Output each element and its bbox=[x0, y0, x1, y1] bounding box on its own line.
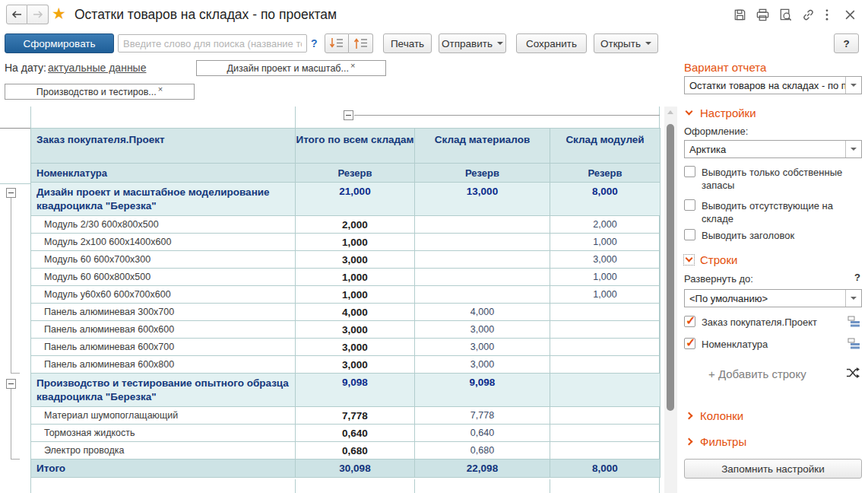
table-row: Модуль 60 600x800x500 1,000 1,000 bbox=[31, 269, 661, 286]
expand-to-help-link[interactable]: ? bbox=[854, 272, 860, 283]
col-header-project[interactable]: Заказ покупателя.Проект bbox=[31, 129, 296, 164]
group1-collapse-button[interactable] bbox=[6, 188, 16, 198]
expand-groups-button[interactable] bbox=[325, 33, 349, 53]
column-group-line bbox=[354, 115, 660, 116]
table-row: Тормозная жидкость 0,640 0,640 bbox=[31, 425, 661, 442]
row-field-nomenclature[interactable]: Номенклатура bbox=[684, 338, 836, 351]
scroll-up-icon[interactable] bbox=[667, 110, 673, 114]
section-settings[interactable]: Настройки bbox=[684, 107, 756, 119]
measure-label[interactable]: Резерв bbox=[296, 164, 415, 183]
settings-panel: Вариант отчета Остатки товаров на склада… bbox=[684, 0, 863, 493]
chevron-down-icon[interactable] bbox=[845, 141, 861, 157]
add-row-button[interactable]: + Добавить строку bbox=[708, 367, 806, 380]
table-row: Модуль 2x100 600x1400x600 1,000 1,000 bbox=[31, 234, 661, 251]
col-header-warehouse-materials[interactable]: Склад материалов bbox=[415, 129, 550, 164]
table-row: Материал шумопоглащающий 7,778 7,778 bbox=[31, 407, 661, 425]
table-row: Модуль у60x60 600x700x600 1,000 1,000 bbox=[31, 286, 661, 304]
filter-chip-project-1[interactable]: Дизайн проект и масштаб... × bbox=[196, 60, 386, 76]
group2-bracket bbox=[11, 389, 11, 459]
collapse-groups-icon bbox=[353, 37, 369, 50]
group1-bracket-end bbox=[11, 373, 20, 374]
back-icon bbox=[11, 10, 22, 19]
checkbox-show-title[interactable]: Выводить заголовок bbox=[684, 229, 857, 242]
checkbox-icon[interactable] bbox=[684, 229, 695, 240]
page-title: Остатки товаров на складах - по проектам bbox=[74, 7, 337, 23]
table-row: Панель алюминевая 600x800 3,000 3,000 bbox=[31, 356, 661, 374]
checkbox-own-stock[interactable]: Выводить только собственные запасы bbox=[684, 166, 857, 192]
grid-col-line bbox=[295, 107, 296, 128]
filter-chip-project-2[interactable]: Производство и тестиров... × bbox=[5, 84, 195, 100]
scrollbar-thumb[interactable] bbox=[667, 124, 674, 411]
vertical-scrollbar[interactable] bbox=[664, 107, 677, 493]
group2-bracket-end bbox=[11, 459, 20, 460]
chip-close-icon[interactable]: × bbox=[350, 61, 355, 70]
chevron-down-icon[interactable] bbox=[845, 290, 861, 307]
section-rows[interactable]: Строки bbox=[684, 253, 737, 266]
table-row: Панель алюминевая 600x700 3,000 3,000 bbox=[31, 339, 661, 356]
report-variant-select[interactable]: Остатки товаров на складах - по пр bbox=[684, 76, 862, 94]
measure-label[interactable]: Резерв bbox=[415, 164, 550, 183]
group-row: Дизайн проект и масштабное моделирование… bbox=[31, 183, 661, 216]
chevron-down-icon[interactable] bbox=[845, 77, 861, 94]
checkbox-icon[interactable] bbox=[684, 199, 695, 211]
expand-to-select[interactable]: <По умолчанию> bbox=[684, 289, 862, 307]
row-field-project[interactable]: Заказ покупателя.Проект bbox=[684, 316, 836, 329]
collapse-groups-button[interactable] bbox=[349, 33, 373, 53]
checkbox-absent-stock[interactable]: Выводить отсутствующие на складе bbox=[684, 199, 857, 225]
group-row: Производство и тестирование опытного обр… bbox=[31, 374, 661, 407]
col-header-total[interactable]: Итого по всем складам bbox=[296, 129, 415, 164]
forward-icon bbox=[33, 10, 43, 19]
grid-col-line bbox=[550, 479, 550, 493]
save-button[interactable]: Сохранить bbox=[516, 33, 587, 53]
group2-collapse-button[interactable] bbox=[6, 379, 16, 389]
back-button[interactable] bbox=[6, 5, 27, 24]
grouping-icon[interactable] bbox=[847, 316, 860, 330]
table-row: Электро проводка 0,680 0,680 bbox=[31, 442, 661, 460]
chevron-down-icon bbox=[686, 255, 693, 262]
expand-to-label: Развернуть до: bbox=[684, 273, 753, 285]
chevron-down-icon bbox=[497, 42, 503, 45]
group1-bracket bbox=[11, 198, 11, 373]
section-columns[interactable]: Колонки bbox=[684, 409, 743, 422]
total-row: Итого 30,098 22,098 8,000 bbox=[31, 460, 661, 478]
report-window: ★ Остатки товаров на складах - по проект… bbox=[0, 0, 868, 493]
checkbox-icon[interactable] bbox=[684, 316, 695, 327]
open-button[interactable]: Открыть bbox=[594, 33, 658, 53]
date-label: На дату: bbox=[5, 62, 46, 74]
grid-margin-line bbox=[0, 183, 30, 184]
chevron-down-icon bbox=[686, 108, 693, 116]
grid-col-line bbox=[295, 479, 296, 493]
chevron-right-icon bbox=[686, 438, 693, 446]
save-settings-button[interactable]: Запомнить настройки bbox=[684, 459, 862, 479]
table-row: Панель алюминевая 600x600 3,000 3,000 bbox=[31, 321, 661, 339]
send-button[interactable]: Отправить bbox=[439, 33, 506, 53]
expand-groups-icon bbox=[328, 37, 345, 50]
chevron-down-icon bbox=[645, 42, 651, 45]
favorite-star-icon[interactable]: ★ bbox=[52, 5, 66, 23]
checkbox-icon[interactable] bbox=[684, 338, 695, 349]
search-input[interactable] bbox=[118, 34, 307, 52]
col-header-nomenclature[interactable]: Номенклатура bbox=[31, 164, 296, 183]
checkbox-icon[interactable] bbox=[684, 166, 695, 177]
grouping-icon[interactable] bbox=[847, 338, 860, 352]
table-row: Модуль 60 600x700x300 3,000 3,000 bbox=[31, 251, 661, 269]
table-subheader-row: Номенклатура Резерв Резерв Резерв bbox=[31, 164, 661, 183]
chip-close-icon[interactable]: × bbox=[158, 84, 163, 94]
table-header-row: Заказ покупателя.Проект Итого по всем ск… bbox=[31, 129, 661, 164]
variant-section-title: Вариант отчета bbox=[684, 61, 766, 74]
table-row: Модуль 2/30 600x800x500 2,000 2,000 bbox=[31, 216, 661, 234]
date-value-link[interactable]: актуальные данные bbox=[48, 62, 146, 74]
generate-button[interactable]: Сформировать bbox=[5, 33, 114, 53]
search-help-link[interactable]: ? bbox=[311, 37, 318, 49]
measure-label[interactable]: Резерв bbox=[550, 164, 661, 183]
table-row: Панель алюминевая 300x700 4,000 4,000 bbox=[31, 304, 661, 321]
print-button[interactable]: Печать bbox=[383, 33, 432, 53]
col-header-warehouse-modules[interactable]: Склад модулей bbox=[550, 129, 661, 164]
column-group-collapse-button[interactable] bbox=[344, 110, 353, 120]
appearance-select[interactable]: Арктика bbox=[684, 140, 862, 158]
forward-button[interactable] bbox=[27, 5, 49, 24]
shuffle-icon[interactable] bbox=[846, 367, 860, 381]
report-table: Заказ покупателя.Проект Итого по всем ск… bbox=[30, 128, 661, 478]
appearance-label: Оформление: bbox=[684, 126, 748, 137]
section-filters[interactable]: Фильтры bbox=[684, 435, 746, 448]
